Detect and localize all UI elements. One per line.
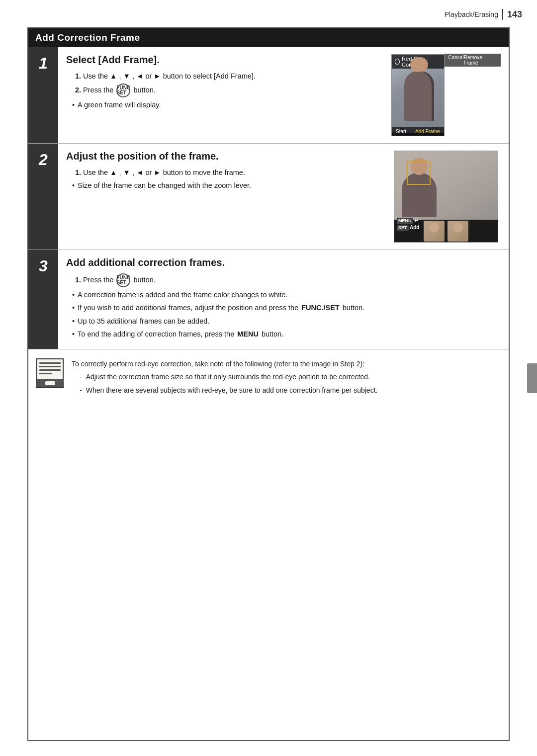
page-header: Playback/Erasing 143 <box>445 9 522 20</box>
note-line-1 <box>39 362 61 364</box>
note-dash-text-2: When there are several subjects with red… <box>86 385 378 396</box>
section-title: Add Correction Frame <box>28 28 509 47</box>
set-text: SET <box>397 225 409 231</box>
dash-1: - <box>80 371 82 382</box>
step-3-text: Add additional correction frames. 1. Pre… <box>66 257 501 342</box>
step-3-body: 1. Press the FUNCSET button. A correctio… <box>66 273 501 340</box>
face-thumb-1 <box>424 221 445 242</box>
step-1-num-1: 1. <box>75 72 81 80</box>
photo-bottom-strip: MENU ↩ SET Add <box>394 220 498 242</box>
step-3-bullet-4: To end the adding of correction frames, … <box>72 329 501 339</box>
dash-2: - <box>80 385 82 396</box>
step-1-row: 1 Select [Add Frame]. 1. Use the ▲ , ▼ ,… <box>28 47 509 144</box>
menu-badge-set: SET Add <box>397 224 419 231</box>
step-1-bullet-1: A green frame will display. <box>72 99 383 110</box>
camera-screen-2: MENU ↩ SET Add <box>394 151 498 243</box>
step-1-num-2: 2. <box>75 86 81 94</box>
step-1-number-col: 1 <box>28 47 58 143</box>
step-2-body: 1. Use the ▲ , ▼ , ◄ or ► button to move… <box>66 167 383 191</box>
step-3-number-col: 3 <box>28 250 58 349</box>
note-icon <box>36 358 64 388</box>
step-1-instruction-2: 2. Press the FUNCSET button. <box>75 84 383 97</box>
step-3-bullet-3: Up to 35 additional frames can be added. <box>72 316 501 327</box>
menu-badge-menu: MENU ↩ <box>397 217 419 224</box>
step-1-text: Select [Add Frame]. 1. Use the ▲ , ▼ , ◄… <box>66 54 383 136</box>
photo-main-2 <box>394 151 498 220</box>
note-icon-bottom <box>37 379 63 387</box>
add-text: Add <box>409 225 420 230</box>
camera-menu-bar-1b <box>392 133 444 136</box>
right-tab <box>527 363 537 393</box>
note-icon-lines <box>37 359 63 379</box>
note-section: To correctly perform red-eye correction,… <box>28 349 509 405</box>
steps-area: 1 Select [Add Frame]. 1. Use the ▲ , ▼ ,… <box>28 47 509 349</box>
step-1-instruction-1: 1. Use the ▲ , ▼ , ◄ or ► button to sele… <box>75 71 383 82</box>
note-dash-text-1: Adjust the correction frame size so that… <box>86 371 370 382</box>
step-2-content: Adjust the position of the frame. 1. Use… <box>58 144 509 250</box>
step-3-bullet-2: If you wish to add additional frames, ad… <box>72 302 501 313</box>
note-text: To correctly perform red-eye correction,… <box>72 358 501 396</box>
camera-screen-2-wrap: MENU ↩ SET Add <box>394 151 498 243</box>
page-number: 143 <box>507 9 522 20</box>
step-2-bullet-1: Size of the frame can be changed with th… <box>72 180 383 191</box>
step-1-title: Select [Add Frame]. <box>66 54 383 66</box>
note-dash-2: - When there are several subjects with r… <box>80 385 501 396</box>
main-content: Add Correction Frame 1 Select [Add Frame… <box>27 27 510 741</box>
step-2-title: Adjust the position of the frame. <box>66 151 383 162</box>
camera-screen-1: Red-Eye Correction Start Add Frame <box>391 54 445 136</box>
step-2-number: 2 <box>39 151 48 169</box>
func-btn-1: FUNCSET <box>116 84 130 97</box>
step-3-number: 3 <box>39 257 48 275</box>
note-line-4 <box>39 373 52 374</box>
note-line-3 <box>39 369 61 371</box>
section-label: Playback/Erasing <box>445 10 498 18</box>
note-dash-1: - Adjust the correction frame size so th… <box>80 371 501 382</box>
step-2-text: Adjust the position of the frame. 1. Use… <box>66 151 383 243</box>
menu-arrow: ↩ <box>413 218 419 223</box>
step-1-number: 1 <box>39 54 48 73</box>
face-thumb-2 <box>448 221 468 242</box>
menu-remove-frame: Remove Frame <box>464 55 497 66</box>
step-1-body: 1. Use the ▲ , ▼ , ◄ or ► button to sele… <box>66 71 383 111</box>
step-3-row: 3 Add additional correction frames. 1. P… <box>28 250 509 349</box>
menu-bold: MENU <box>237 329 259 339</box>
step-3-title: Add additional correction frames. <box>66 257 501 268</box>
func-btn-2: FUNCSET <box>116 273 130 287</box>
menu-row-2: Cancel Remove Frame <box>445 54 501 67</box>
step-1-content: Select [Add Frame]. 1. Use the ▲ , ▼ , ◄… <box>58 47 509 143</box>
header-divider <box>502 9 503 20</box>
menu-text: MENU <box>397 218 413 224</box>
step-2-instruction-1: 1. Use the ▲ , ▼ , ◄ or ► button to move… <box>75 167 383 178</box>
note-main-text: To correctly perform red-eye correction,… <box>72 360 364 368</box>
step-2-number-col: 2 <box>28 144 58 250</box>
step-2-image: MENU ↩ SET Add <box>391 151 501 243</box>
step-3-instruction-1: 1. Press the FUNCSET button. <box>75 273 501 287</box>
step-3-num-1: 1. <box>75 276 81 284</box>
camera-menu-bar-2: MENU ↩ SET Add <box>397 217 419 231</box>
step-3-bullet-1: A correction frame is added and the fram… <box>72 289 501 300</box>
correction-frame-box <box>407 161 431 185</box>
red-eye-icon <box>395 59 400 65</box>
step-2-row: 2 Adjust the position of the frame. 1. U… <box>28 144 509 250</box>
person-right-1 <box>404 71 432 121</box>
note-line-2 <box>39 366 61 367</box>
step-3-content: Add additional correction frames. 1. Pre… <box>58 250 509 349</box>
step-2-num-1: 1. <box>75 168 81 176</box>
func-set-bold: FUNC./SET <box>301 302 340 313</box>
step-1-image: Red-Eye Correction Start Add Frame <box>391 54 501 136</box>
menu-cancel: Cancel <box>448 55 464 66</box>
